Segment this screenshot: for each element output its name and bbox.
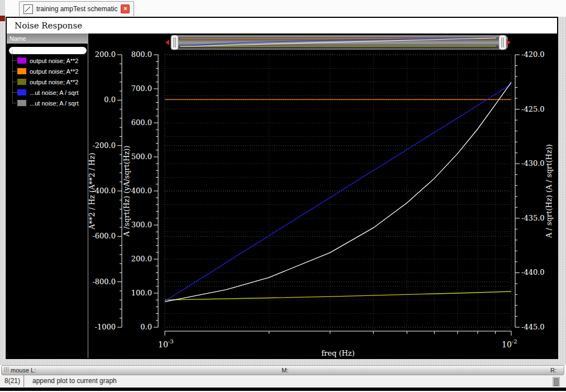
legend-item[interactable]: output noise; A**2 xyxy=(7,77,88,87)
legend-item-label: ...ut noise; A / sqrt xyxy=(30,100,78,107)
grid xyxy=(165,55,511,327)
x-range-navigator[interactable] xyxy=(164,34,512,51)
tree-connector-icon xyxy=(12,50,18,61)
mouse-bindings-bar: mouse L: M: R: xyxy=(1,365,564,375)
tick-label: 600.0 xyxy=(131,118,152,127)
tick-label: -435.0 xyxy=(521,214,545,222)
tick-label: -800.0 xyxy=(92,278,116,286)
page-title: Noise Response xyxy=(15,21,82,31)
tick-label: 200.0 xyxy=(95,50,116,59)
navigator-channel[interactable] xyxy=(172,36,507,49)
tick-label: 200.0 xyxy=(131,255,152,263)
trace-color-swatch xyxy=(17,100,26,106)
trace-color-swatch xyxy=(17,58,26,64)
mouse-right-binding: R: xyxy=(550,367,557,374)
tree-connector-icon xyxy=(12,93,18,103)
tick-label: 500.0 xyxy=(131,152,152,161)
axis-title: A / sqrt(Hz) (A / sqrt(Hz)) xyxy=(545,144,553,238)
window-right-border xyxy=(558,17,566,365)
tick-label: 400.0 xyxy=(131,187,152,195)
x-axis: 10-310-2freq (Hz) xyxy=(158,331,517,357)
tick-label: -445.0 xyxy=(521,323,545,331)
y-axis-left2: 800.0700.0600.0500.0400.0300.0200.0100.0… xyxy=(131,50,158,331)
legend-item[interactable]: ...ut noise; A / sqrt xyxy=(7,98,88,108)
tick-label: 700.0 xyxy=(131,84,152,93)
mouse-left-binding: mouse L: xyxy=(11,367,36,374)
tick-label: 300.0 xyxy=(131,221,152,229)
graph-icon xyxy=(23,4,33,14)
tick-label: -200.0 xyxy=(92,141,116,150)
tick-label: -420.0 xyxy=(521,50,545,59)
curves xyxy=(165,82,511,302)
tick-label: -600.0 xyxy=(92,232,116,240)
legend-item-label: output noise; A**2 xyxy=(30,58,78,64)
tick-label: 0.0 xyxy=(140,323,152,331)
y-axis-right: -420.0-425.0-430.0-435.0-440.0-445.0 xyxy=(515,50,545,331)
navigator-handle-right[interactable] xyxy=(499,35,506,50)
x-tick-label: 10-3 xyxy=(158,338,174,349)
window-bottom-border xyxy=(0,359,566,365)
mini-curve xyxy=(180,46,496,47)
navigator-handle-left[interactable] xyxy=(171,35,178,50)
scroll-left-arrow-icon[interactable] xyxy=(165,40,169,45)
tab-label: training ampTest schematic xyxy=(36,5,117,13)
legend-item[interactable]: output noise; A**2 xyxy=(7,55,88,66)
plot-area[interactable]: 200.00.0-200.0-400.0-600.0-800.0-1000800… xyxy=(88,34,559,358)
scroll-right-arrow-icon[interactable] xyxy=(507,40,511,45)
window-bottom-edge xyxy=(0,388,566,391)
axis-title: A**2 / Hz (A**2 / Hz) xyxy=(88,152,96,230)
tick-label: -440.0 xyxy=(521,268,545,276)
curve-3[interactable] xyxy=(165,84,511,302)
tick-label: -425.0 xyxy=(521,105,545,113)
legend-item[interactable]: output noise; A**2 xyxy=(7,66,88,77)
tab-training-amptest-schematic[interactable]: training ampTest schematic × xyxy=(19,1,134,16)
window-edge-marker xyxy=(0,16,5,21)
window-left-border xyxy=(0,0,5,365)
tree-connector-icon xyxy=(12,71,18,82)
title-band: Noise Response xyxy=(7,18,557,34)
legend-item-label: ...ut noise; A / sqrt xyxy=(30,89,78,96)
x-axis-title: freq (Hz) xyxy=(321,349,355,357)
tab-bar: training ampTest schematic × xyxy=(5,0,566,17)
grip-icon xyxy=(4,367,9,372)
legend-item-label: output noise; A**2 xyxy=(30,79,78,85)
legend-item[interactable]: ...ut noise; A / sqrt xyxy=(7,87,88,98)
message-bar: 8(21) append plot to current graph xyxy=(0,375,566,388)
legend: output noise; A**2output noise; A**2outp… xyxy=(7,55,88,108)
mouse-middle-binding: M: xyxy=(282,367,288,374)
message-scrollbar[interactable] xyxy=(553,377,560,386)
legend-item-label: output noise; A**2 xyxy=(30,68,78,75)
x-tick-label: 10-2 xyxy=(502,338,517,349)
curve-2[interactable] xyxy=(165,291,511,300)
scrollbar-thumb[interactable] xyxy=(554,378,559,386)
axis-title: A /sqrt(Hz) (yA/sqrt(Hz)) xyxy=(122,146,131,237)
message-counter: 8(21) xyxy=(1,375,25,387)
trace-color-swatch xyxy=(17,89,26,95)
tick-label: -1000 xyxy=(95,323,116,331)
trace-color-swatch xyxy=(17,79,26,85)
tab-close-icon[interactable]: × xyxy=(121,4,130,13)
legend-scrollbar[interactable] xyxy=(9,47,87,54)
legend-name-header[interactable]: Name xyxy=(7,34,88,44)
tick-label: 100.0 xyxy=(131,289,152,297)
tree-connector-icon xyxy=(12,61,18,71)
y-axis-left1: 200.00.0-200.0-400.0-600.0-800.0-1000 xyxy=(92,50,122,331)
status-message: append plot to current graph xyxy=(32,375,117,387)
tick-label: 0.0 xyxy=(104,95,116,104)
tick-label: 800.0 xyxy=(131,50,152,59)
trace-color-swatch xyxy=(17,68,26,74)
tick-label: -430.0 xyxy=(521,159,545,168)
tree-connector-icon xyxy=(12,82,18,93)
